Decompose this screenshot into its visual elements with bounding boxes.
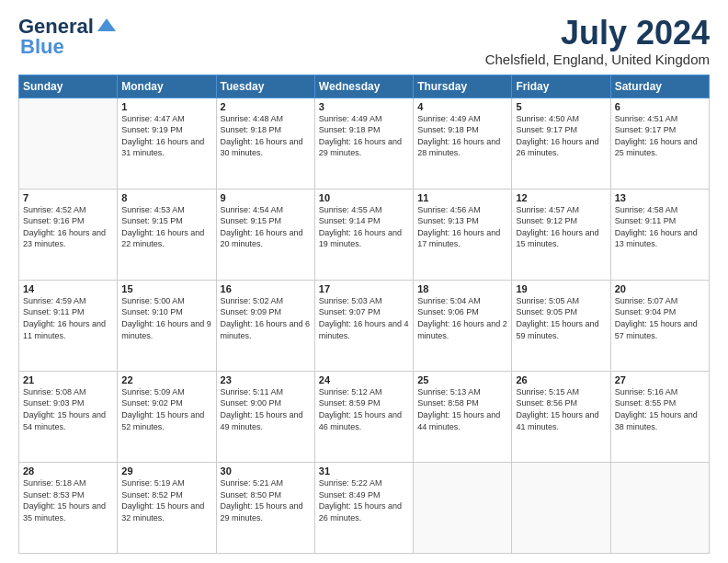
- calendar-week-row: 14Sunrise: 4:59 AMSunset: 9:11 PMDayligh…: [19, 280, 710, 371]
- table-row: 21Sunrise: 5:08 AMSunset: 9:03 PMDayligh…: [19, 371, 118, 462]
- table-row: 23Sunrise: 5:11 AMSunset: 9:00 PMDayligh…: [216, 371, 314, 462]
- table-row: 2Sunrise: 4:48 AMSunset: 9:18 PMDaylight…: [216, 98, 314, 189]
- day-info: Sunrise: 5:19 AMSunset: 8:52 PMDaylight:…: [121, 477, 211, 523]
- day-info: Sunrise: 5:02 AMSunset: 9:09 PMDaylight:…: [221, 295, 311, 341]
- table-row: 16Sunrise: 5:02 AMSunset: 9:09 PMDayligh…: [216, 280, 314, 371]
- day-number: 17: [319, 283, 409, 294]
- day-number: 1: [121, 101, 211, 112]
- day-number: 30: [221, 465, 311, 477]
- header: General Blue July 2024 Chelsfield, Engla…: [18, 15, 710, 67]
- day-number: 6: [615, 101, 705, 112]
- day-info: Sunrise: 4:49 AMSunset: 9:18 PMDaylight:…: [417, 113, 507, 159]
- table-row: 24Sunrise: 5:12 AMSunset: 8:59 PMDayligh…: [314, 371, 413, 462]
- day-info: Sunrise: 4:54 AMSunset: 9:15 PMDaylight:…: [221, 204, 311, 250]
- calendar-week-row: 1Sunrise: 4:47 AMSunset: 9:19 PMDaylight…: [19, 98, 710, 189]
- table-row: 11Sunrise: 4:56 AMSunset: 9:13 PMDayligh…: [414, 189, 512, 280]
- table-row: 31Sunrise: 5:22 AMSunset: 8:49 PMDayligh…: [314, 462, 413, 553]
- day-number: 29: [121, 465, 211, 477]
- day-info: Sunrise: 5:21 AMSunset: 8:50 PMDaylight:…: [221, 477, 311, 523]
- table-row: 17Sunrise: 5:03 AMSunset: 9:07 PMDayligh…: [314, 280, 413, 371]
- table-row: [414, 462, 512, 553]
- day-number: 27: [615, 374, 705, 385]
- table-row: 28Sunrise: 5:18 AMSunset: 8:53 PMDayligh…: [19, 462, 118, 553]
- logo-arrow-icon: [96, 15, 116, 35]
- day-number: 4: [417, 101, 507, 112]
- day-number: 16: [221, 283, 311, 294]
- table-row: 27Sunrise: 5:16 AMSunset: 8:55 PMDayligh…: [610, 371, 709, 462]
- day-info: Sunrise: 4:47 AMSunset: 9:19 PMDaylight:…: [121, 113, 211, 159]
- day-info: Sunrise: 5:00 AMSunset: 9:10 PMDaylight:…: [121, 295, 211, 341]
- day-number: 13: [615, 192, 705, 203]
- day-number: 15: [121, 283, 211, 294]
- table-row: 18Sunrise: 5:04 AMSunset: 9:06 PMDayligh…: [414, 280, 512, 371]
- day-number: 14: [23, 283, 113, 294]
- day-info: Sunrise: 5:03 AMSunset: 9:07 PMDaylight:…: [319, 295, 409, 341]
- calendar-week-row: 7Sunrise: 4:52 AMSunset: 9:16 PMDaylight…: [19, 189, 710, 280]
- day-info: Sunrise: 5:12 AMSunset: 8:59 PMDaylight:…: [319, 386, 409, 432]
- table-row: 3Sunrise: 4:49 AMSunset: 9:18 PMDaylight…: [314, 98, 413, 189]
- day-number: 23: [221, 374, 311, 385]
- day-number: 18: [417, 283, 507, 294]
- logo: General Blue: [18, 15, 116, 59]
- day-info: Sunrise: 4:51 AMSunset: 9:17 PMDaylight:…: [615, 113, 705, 159]
- col-thursday: Thursday: [414, 75, 512, 98]
- day-number: 24: [319, 374, 409, 385]
- table-row: 13Sunrise: 4:58 AMSunset: 9:11 PMDayligh…: [610, 189, 709, 280]
- day-number: 28: [23, 465, 113, 477]
- table-row: 5Sunrise: 4:50 AMSunset: 9:17 PMDaylight…: [512, 98, 610, 189]
- table-row: [512, 462, 610, 553]
- day-number: 25: [417, 374, 507, 385]
- table-row: 20Sunrise: 5:07 AMSunset: 9:04 PMDayligh…: [610, 280, 709, 371]
- table-row: 25Sunrise: 5:13 AMSunset: 8:58 PMDayligh…: [414, 371, 512, 462]
- day-number: 21: [23, 374, 113, 385]
- table-row: 19Sunrise: 5:05 AMSunset: 9:05 PMDayligh…: [512, 280, 610, 371]
- day-number: 5: [516, 101, 606, 112]
- day-number: 31: [319, 465, 409, 477]
- table-row: [610, 462, 709, 553]
- day-info: Sunrise: 4:53 AMSunset: 9:15 PMDaylight:…: [121, 204, 211, 250]
- col-monday: Monday: [118, 75, 216, 98]
- day-info: Sunrise: 4:59 AMSunset: 9:11 PMDaylight:…: [23, 295, 113, 341]
- day-number: 9: [221, 192, 311, 203]
- calendar-page: General Blue July 2024 Chelsfield, Engla…: [0, 0, 728, 563]
- day-info: Sunrise: 5:18 AMSunset: 8:53 PMDaylight:…: [23, 477, 113, 523]
- location: Chelsfield, England, United Kingdom: [485, 52, 710, 67]
- day-info: Sunrise: 4:49 AMSunset: 9:18 PMDaylight:…: [319, 113, 409, 159]
- table-row: 30Sunrise: 5:21 AMSunset: 8:50 PMDayligh…: [216, 462, 314, 553]
- table-row: 8Sunrise: 4:53 AMSunset: 9:15 PMDaylight…: [118, 189, 216, 280]
- day-info: Sunrise: 5:16 AMSunset: 8:55 PMDaylight:…: [615, 386, 705, 432]
- table-row: 10Sunrise: 4:55 AMSunset: 9:14 PMDayligh…: [314, 189, 413, 280]
- table-row: 22Sunrise: 5:09 AMSunset: 9:02 PMDayligh…: [118, 371, 216, 462]
- day-number: 2: [221, 101, 311, 112]
- table-row: 9Sunrise: 4:54 AMSunset: 9:15 PMDaylight…: [216, 189, 314, 280]
- day-number: 7: [23, 192, 113, 203]
- day-info: Sunrise: 5:07 AMSunset: 9:04 PMDaylight:…: [615, 295, 705, 341]
- day-info: Sunrise: 4:58 AMSunset: 9:11 PMDaylight:…: [615, 204, 705, 250]
- calendar-week-row: 28Sunrise: 5:18 AMSunset: 8:53 PMDayligh…: [19, 462, 710, 553]
- col-sunday: Sunday: [19, 75, 118, 98]
- day-info: Sunrise: 4:48 AMSunset: 9:18 PMDaylight:…: [221, 113, 311, 159]
- day-number: 26: [516, 374, 606, 385]
- day-info: Sunrise: 4:50 AMSunset: 9:17 PMDaylight:…: [516, 113, 606, 159]
- calendar-header-row: Sunday Monday Tuesday Wednesday Thursday…: [19, 75, 710, 98]
- day-number: 22: [121, 374, 211, 385]
- table-row: 4Sunrise: 4:49 AMSunset: 9:18 PMDaylight…: [414, 98, 512, 189]
- day-info: Sunrise: 5:08 AMSunset: 9:03 PMDaylight:…: [23, 386, 113, 432]
- col-friday: Friday: [512, 75, 610, 98]
- day-info: Sunrise: 5:04 AMSunset: 9:06 PMDaylight:…: [417, 295, 507, 341]
- day-info: Sunrise: 4:55 AMSunset: 9:14 PMDaylight:…: [319, 204, 409, 250]
- day-info: Sunrise: 5:15 AMSunset: 8:56 PMDaylight:…: [516, 386, 606, 432]
- table-row: 7Sunrise: 4:52 AMSunset: 9:16 PMDaylight…: [19, 189, 118, 280]
- day-info: Sunrise: 5:13 AMSunset: 8:58 PMDaylight:…: [417, 386, 507, 432]
- day-info: Sunrise: 5:22 AMSunset: 8:49 PMDaylight:…: [319, 477, 409, 523]
- day-number: 10: [319, 192, 409, 203]
- table-row: [19, 98, 118, 189]
- day-info: Sunrise: 5:09 AMSunset: 9:02 PMDaylight:…: [121, 386, 211, 432]
- calendar-table: Sunday Monday Tuesday Wednesday Thursday…: [18, 75, 710, 554]
- day-number: 12: [516, 192, 606, 203]
- col-saturday: Saturday: [610, 75, 709, 98]
- table-row: 26Sunrise: 5:15 AMSunset: 8:56 PMDayligh…: [512, 371, 610, 462]
- table-row: 6Sunrise: 4:51 AMSunset: 9:17 PMDaylight…: [610, 98, 709, 189]
- col-wednesday: Wednesday: [314, 75, 413, 98]
- month-title: July 2024: [485, 15, 710, 52]
